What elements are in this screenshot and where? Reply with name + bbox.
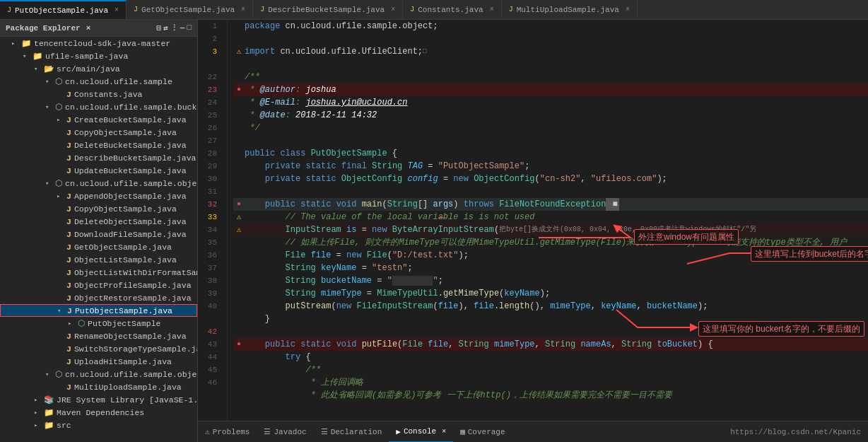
- console-close[interactable]: ×: [442, 428, 446, 436]
- ln-33: 33: [198, 211, 221, 223]
- sidebar: Package Explorer × ⊟ ⇄ ⋮ — □ ▸ 📁 tencent…: [0, 20, 198, 442]
- tree-item-switch[interactable]: J SwitchStorageTypeSample.java: [0, 342, 197, 355]
- java-icon: J: [66, 230, 71, 239]
- tree-item-src2[interactable]: ▸ 📁 src: [0, 419, 197, 431]
- ln-34: 34: [198, 223, 221, 236]
- tab-multiupload[interactable]: J MultiUploadSample.java ×: [502, 0, 638, 19]
- java-icon: J: [66, 383, 71, 392]
- declaration-icon: ☰: [321, 427, 328, 436]
- code-line-23: ● * @author: joshua: [233, 83, 868, 96]
- tree-item-maven[interactable]: ▸ 📁 Maven Dependencies: [0, 406, 197, 419]
- tree-item-multi[interactable]: J MultiUploadSample.java: [0, 380, 197, 393]
- gutter-23: ●: [233, 83, 245, 96]
- ln-36: 36: [198, 249, 221, 262]
- java-icon: J: [66, 357, 71, 366]
- bottom-tab-coverage[interactable]: ▦ Coverage: [453, 421, 512, 442]
- tree-item-putobj[interactable]: ▾ J PutObjectSample.java: [0, 304, 197, 317]
- tree-item-root[interactable]: ▸ 📁 tencentcloud-sdk-java-master: [0, 37, 197, 50]
- tree-item-updatebucket[interactable]: J UpdateBucketSample.java: [0, 164, 197, 177]
- ln-39: 39: [198, 287, 221, 300]
- tree-item-jre[interactable]: ▸ 📚 JRE System Library [JavaSE-1.8]: [0, 393, 197, 406]
- tree-item-objlist[interactable]: J ObjectListSample.java: [0, 253, 197, 266]
- tree-item-createbucket[interactable]: ▸ J CreateBucketSample.java: [0, 113, 197, 126]
- tab-getobject[interactable]: J GetObjectSample.java ×: [127, 0, 253, 19]
- code-content: 1 2 3 22 23 24 25 26 27 28 29 30 31 32 3…: [198, 20, 868, 421]
- java-icon: J: [66, 344, 71, 354]
- lib-icon: 📚: [44, 395, 54, 405]
- ln-23: 23: [198, 83, 221, 96]
- tree-item-deletebucket[interactable]: J DeleteBucketSample.java: [0, 139, 197, 151]
- gutter-33: ⚠: [233, 211, 245, 224]
- ln-46: 46: [198, 376, 221, 389]
- tree-item-constants[interactable]: J Constants.java: [0, 88, 197, 100]
- java-icon: J: [66, 141, 71, 150]
- tree-item-getobj[interactable]: J GetObjectSample.java: [0, 240, 197, 253]
- tree-item-describebucket[interactable]: J DescribeBucketSample.java: [0, 151, 197, 164]
- tree-item-ufile[interactable]: ▾ 📁 ufile-sample-java: [0, 50, 197, 62]
- ln-35: 35: [198, 236, 221, 249]
- link-icon[interactable]: ⇄: [163, 23, 168, 33]
- ln-43: 43: [198, 338, 221, 351]
- pkg-icon: ⬡: [55, 76, 62, 86]
- ln-27: 27: [198, 134, 221, 147]
- close-icon[interactable]: ×: [115, 6, 119, 14]
- tab-putobject[interactable]: J PutObjectSample.java ×: [0, 0, 127, 19]
- collapse-icon[interactable]: ⊟: [157, 23, 162, 33]
- close-icon[interactable]: ×: [626, 6, 630, 13]
- tree-item-objprofile[interactable]: J ObjectProfileSample.java: [0, 279, 197, 291]
- ln-24: 24: [198, 96, 221, 109]
- bottom-tab-declaration[interactable]: ☰ Declaration: [314, 421, 389, 442]
- close-icon[interactable]: ×: [241, 6, 245, 13]
- ln-41: [198, 313, 221, 325]
- tree-item-cn4[interactable]: ▾ ⬡ cn.ucloud.ufile.sample.object.multi: [0, 368, 197, 380]
- gutter-32: ●: [233, 198, 245, 211]
- tree-item-objlistdir[interactable]: J ObjectListWithDirFormatSample.java: [0, 266, 197, 279]
- close-icon[interactable]: ×: [86, 24, 91, 33]
- java-icon: J: [67, 306, 72, 315]
- tree-item-cn1[interactable]: ▾ ⬡ cn.ucloud.ufile.sample: [0, 75, 197, 88]
- bottom-tab-javadoc[interactable]: ☰ Javadoc: [257, 421, 313, 442]
- tree-item-rename[interactable]: J RenameObjectSample.java: [0, 330, 197, 342]
- java-icon: J: [66, 255, 71, 264]
- code-line-1: package cn.ucloud.ufile.sample.object;: [233, 20, 868, 33]
- close-icon[interactable]: ×: [490, 6, 494, 13]
- tree-item-uploadhit[interactable]: J UploadHitSample.java: [0, 355, 197, 368]
- folder-icon: 📁: [44, 407, 54, 417]
- tab-label: MultiUploadSample.java: [517, 6, 619, 14]
- tree-item-srcmain[interactable]: ▾ 📂 src/main/java: [0, 62, 197, 75]
- tree-item-cn3[interactable]: ▾ ⬡ cn.ucloud.ufile.sample.object: [0, 177, 197, 190]
- coverage-label: Coverage: [468, 428, 505, 436]
- tree-item-copybucket[interactable]: J CopyObjectSample.java: [0, 126, 197, 139]
- code-line-37: String bucketName = "........";: [233, 274, 868, 287]
- minimize-icon[interactable]: —: [180, 23, 185, 33]
- code-line-44: /**: [233, 364, 868, 376]
- folder-icon: 📁: [33, 51, 42, 61]
- tree-item-download[interactable]: J DownloadFileSample.java: [0, 228, 197, 240]
- tab-constants[interactable]: J Constants.java ×: [403, 0, 501, 19]
- problems-icon: ⚠: [205, 427, 210, 436]
- gutter-3: ⚠: [233, 45, 245, 59]
- sidebar-title: Package Explorer: [6, 24, 81, 33]
- ln-45: 45: [198, 364, 221, 376]
- menu-icon[interactable]: ⋮: [170, 23, 178, 33]
- maximize-icon[interactable]: □: [187, 23, 192, 33]
- tab-label: PutObjectSample.java: [15, 6, 108, 15]
- tree-item-copyobj[interactable]: J CopyObjectSample.java: [0, 202, 197, 215]
- java-icon: J: [66, 90, 71, 99]
- tree-item-putobj-class[interactable]: ▸ ⬡ PutObjectSample: [0, 317, 197, 330]
- close-icon[interactable]: ×: [391, 6, 395, 13]
- tree-item-appendobj[interactable]: ▸ J AppendObjectSample.java: [0, 190, 197, 202]
- code-text[interactable]: package cn.ucloud.ufile.sample.object; ⚠…: [228, 20, 868, 421]
- code-line-27: [233, 134, 868, 147]
- bottom-tab-console[interactable]: ▶ Console ×: [389, 421, 453, 442]
- bottom-tab-problems[interactable]: ⚠ Problems: [198, 421, 257, 442]
- gutter-33b: ⚠: [233, 223, 245, 237]
- java-icon: J: [66, 153, 71, 163]
- tab-describebucket[interactable]: J DescribeBucketSample.java ×: [253, 0, 403, 19]
- problems-label: Problems: [213, 428, 250, 436]
- tree-item-objrestore[interactable]: J ObjectRestoreSample.java: [0, 291, 197, 304]
- tree-item-deleteobj[interactable]: J DeleteObjectSample.java: [0, 215, 197, 228]
- tree-item-cn2[interactable]: ▾ ⬡ cn.ucloud.ufile.sample.bucket: [0, 100, 197, 113]
- console-icon: ▶: [396, 427, 401, 436]
- tab-label: Constants.java: [418, 6, 483, 14]
